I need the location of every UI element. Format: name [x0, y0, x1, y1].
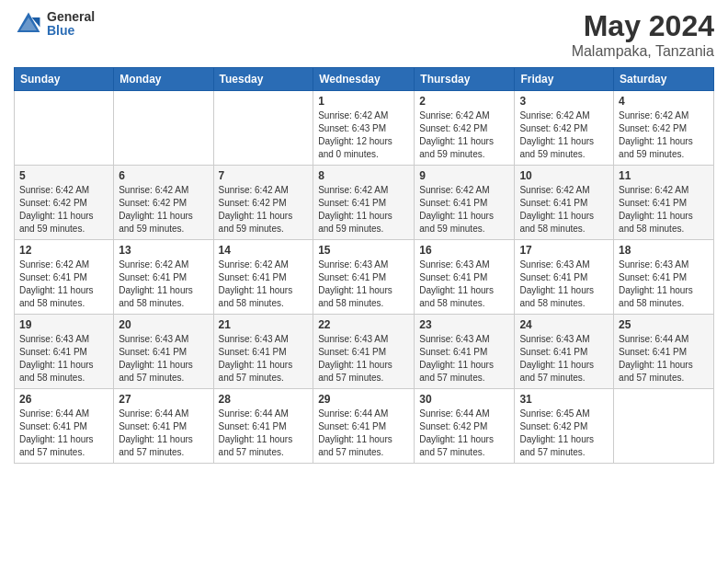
day-info: Sunrise: 6:44 AMSunset: 6:41 PMDaylight:…: [119, 408, 208, 459]
calendar-cell: [614, 389, 714, 464]
day-info: Sunrise: 6:42 AMSunset: 6:41 PMDaylight:…: [119, 259, 208, 310]
calendar-cell: [15, 91, 114, 166]
day-number: 25: [619, 318, 709, 331]
day-info: Sunrise: 6:42 AMSunset: 6:42 PMDaylight:…: [219, 184, 309, 236]
day-number: 4: [619, 95, 709, 108]
calendar-cell: 16Sunrise: 6:43 AMSunset: 6:41 PMDayligh…: [415, 240, 515, 315]
logo-text: General Blue: [47, 10, 95, 39]
calendar-cell: 13Sunrise: 6:42 AMSunset: 6:41 PMDayligh…: [114, 240, 213, 315]
calendar-cell: 22Sunrise: 6:43 AMSunset: 6:41 PMDayligh…: [313, 315, 415, 389]
calendar-cell: 28Sunrise: 6:44 AMSunset: 6:41 PMDayligh…: [213, 389, 313, 464]
day-info: Sunrise: 6:44 AMSunset: 6:41 PMDaylight:…: [619, 333, 709, 385]
day-number: 19: [19, 318, 108, 331]
calendar-cell: 23Sunrise: 6:43 AMSunset: 6:41 PMDayligh…: [415, 315, 515, 389]
calendar-cell: 14Sunrise: 6:42 AMSunset: 6:41 PMDayligh…: [213, 240, 313, 315]
day-info: Sunrise: 6:43 AMSunset: 6:41 PMDaylight:…: [19, 333, 108, 385]
calendar-cell: 9Sunrise: 6:42 AMSunset: 6:41 PMDaylight…: [415, 166, 515, 240]
day-info: Sunrise: 6:43 AMSunset: 6:41 PMDaylight:…: [318, 259, 409, 310]
page: General Blue May 2024 Malampaka, Tanzani…: [0, 0, 728, 563]
calendar-cell: 11Sunrise: 6:42 AMSunset: 6:41 PMDayligh…: [614, 166, 714, 240]
calendar-cell: 15Sunrise: 6:43 AMSunset: 6:41 PMDayligh…: [313, 240, 415, 315]
day-info: Sunrise: 6:42 AMSunset: 6:41 PMDaylight:…: [419, 184, 509, 236]
calendar-cell: 10Sunrise: 6:42 AMSunset: 6:41 PMDayligh…: [515, 166, 614, 240]
day-info: Sunrise: 6:44 AMSunset: 6:41 PMDaylight:…: [318, 408, 409, 459]
col-monday: Monday: [114, 68, 213, 91]
calendar-cell: 26Sunrise: 6:44 AMSunset: 6:41 PMDayligh…: [15, 389, 114, 464]
calendar-cell: 20Sunrise: 6:43 AMSunset: 6:41 PMDayligh…: [114, 315, 213, 389]
calendar-cell: 18Sunrise: 6:43 AMSunset: 6:41 PMDayligh…: [614, 240, 714, 315]
calendar-cell: 12Sunrise: 6:42 AMSunset: 6:41 PMDayligh…: [15, 240, 114, 315]
calendar-week-row: 19Sunrise: 6:43 AMSunset: 6:41 PMDayligh…: [15, 315, 714, 389]
calendar-cell: 31Sunrise: 6:45 AMSunset: 6:42 PMDayligh…: [515, 389, 614, 464]
day-number: 2: [419, 95, 509, 108]
calendar-cell: 19Sunrise: 6:43 AMSunset: 6:41 PMDayligh…: [15, 315, 114, 389]
day-number: 22: [318, 318, 409, 331]
day-info: Sunrise: 6:42 AMSunset: 6:41 PMDaylight:…: [19, 259, 108, 310]
day-info: Sunrise: 6:42 AMSunset: 6:42 PMDaylight:…: [519, 109, 609, 161]
logo-blue-text: Blue: [47, 24, 95, 38]
day-number: 31: [519, 393, 609, 406]
day-info: Sunrise: 6:43 AMSunset: 6:41 PMDaylight:…: [519, 259, 609, 310]
day-info: Sunrise: 6:43 AMSunset: 6:41 PMDaylight:…: [219, 333, 309, 385]
location: Malampaka, Tanzania: [572, 43, 714, 60]
title-area: May 2024 Malampaka, Tanzania: [572, 9, 714, 60]
day-info: Sunrise: 6:44 AMSunset: 6:41 PMDaylight:…: [219, 408, 309, 459]
day-info: Sunrise: 6:42 AMSunset: 6:41 PMDaylight:…: [318, 184, 409, 236]
col-sunday: Sunday: [15, 68, 114, 91]
day-info: Sunrise: 6:42 AMSunset: 6:42 PMDaylight:…: [119, 184, 208, 236]
day-info: Sunrise: 6:43 AMSunset: 6:41 PMDaylight:…: [419, 333, 509, 385]
day-number: 10: [519, 169, 609, 182]
day-number: 21: [219, 318, 309, 331]
day-number: 18: [619, 244, 709, 257]
header-row: Sunday Monday Tuesday Wednesday Thursday…: [15, 68, 714, 91]
calendar-cell: [114, 91, 213, 166]
day-info: Sunrise: 6:44 AMSunset: 6:41 PMDaylight:…: [19, 408, 108, 459]
logo-general-text: General: [47, 10, 95, 24]
day-info: Sunrise: 6:42 AMSunset: 6:41 PMDaylight:…: [519, 184, 609, 236]
day-info: Sunrise: 6:42 AMSunset: 6:42 PMDaylight:…: [419, 109, 509, 161]
calendar-cell: 24Sunrise: 6:43 AMSunset: 6:41 PMDayligh…: [515, 315, 614, 389]
day-info: Sunrise: 6:43 AMSunset: 6:41 PMDaylight:…: [318, 333, 409, 385]
day-number: 27: [119, 393, 208, 406]
calendar-cell: 7Sunrise: 6:42 AMSunset: 6:42 PMDaylight…: [213, 166, 313, 240]
day-number: 26: [19, 393, 108, 406]
day-number: 30: [419, 393, 509, 406]
day-info: Sunrise: 6:42 AMSunset: 6:41 PMDaylight:…: [619, 184, 709, 236]
day-info: Sunrise: 6:42 AMSunset: 6:41 PMDaylight:…: [219, 259, 309, 310]
calendar-cell: 6Sunrise: 6:42 AMSunset: 6:42 PMDaylight…: [114, 166, 213, 240]
calendar-cell: 29Sunrise: 6:44 AMSunset: 6:41 PMDayligh…: [313, 389, 415, 464]
day-number: 20: [119, 318, 208, 331]
day-info: Sunrise: 6:42 AMSunset: 6:42 PMDaylight:…: [19, 184, 108, 236]
day-number: 13: [119, 244, 208, 257]
day-number: 16: [419, 244, 509, 257]
calendar-cell: 4Sunrise: 6:42 AMSunset: 6:42 PMDaylight…: [614, 91, 714, 166]
day-number: 15: [318, 244, 409, 257]
calendar: Sunday Monday Tuesday Wednesday Thursday…: [14, 67, 714, 464]
calendar-week-row: 12Sunrise: 6:42 AMSunset: 6:41 PMDayligh…: [15, 240, 714, 315]
calendar-cell: 30Sunrise: 6:44 AMSunset: 6:42 PMDayligh…: [415, 389, 515, 464]
calendar-week-row: 5Sunrise: 6:42 AMSunset: 6:42 PMDaylight…: [15, 166, 714, 240]
day-number: 17: [519, 244, 609, 257]
col-thursday: Thursday: [415, 68, 515, 91]
day-number: 8: [318, 169, 409, 182]
calendar-cell: 3Sunrise: 6:42 AMSunset: 6:42 PMDaylight…: [515, 91, 614, 166]
day-info: Sunrise: 6:43 AMSunset: 6:41 PMDaylight:…: [619, 259, 709, 310]
day-number: 14: [219, 244, 309, 257]
day-number: 1: [318, 95, 409, 108]
calendar-cell: 27Sunrise: 6:44 AMSunset: 6:41 PMDayligh…: [114, 389, 213, 464]
day-info: Sunrise: 6:43 AMSunset: 6:41 PMDaylight:…: [519, 333, 609, 385]
calendar-week-row: 26Sunrise: 6:44 AMSunset: 6:41 PMDayligh…: [15, 389, 714, 464]
day-number: 28: [219, 393, 309, 406]
calendar-cell: 21Sunrise: 6:43 AMSunset: 6:41 PMDayligh…: [213, 315, 313, 389]
calendar-cell: 25Sunrise: 6:44 AMSunset: 6:41 PMDayligh…: [614, 315, 714, 389]
calendar-cell: 8Sunrise: 6:42 AMSunset: 6:41 PMDaylight…: [313, 166, 415, 240]
header: General Blue May 2024 Malampaka, Tanzani…: [14, 9, 714, 60]
col-tuesday: Tuesday: [213, 68, 313, 91]
day-number: 12: [19, 244, 108, 257]
calendar-cell: [213, 91, 313, 166]
day-info: Sunrise: 6:42 AMSunset: 6:43 PMDaylight:…: [318, 109, 409, 161]
logo: General Blue: [14, 9, 95, 39]
day-number: 24: [519, 318, 609, 331]
calendar-cell: 2Sunrise: 6:42 AMSunset: 6:42 PMDaylight…: [415, 91, 515, 166]
col-wednesday: Wednesday: [313, 68, 415, 91]
